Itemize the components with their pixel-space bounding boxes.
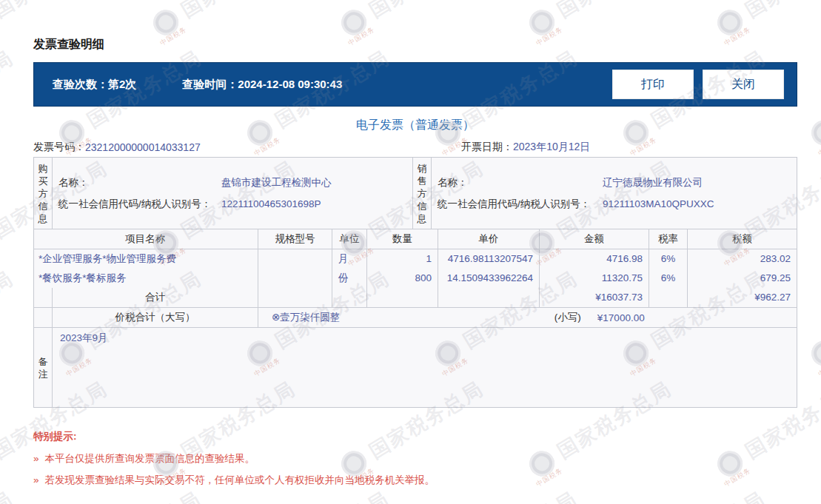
invoice-number-group: 发票号码： 23212000000014033127 [33,141,415,154]
sum-small-value: ¥17000.00 [597,312,645,323]
buyer-taxid-value: 12211100465301698P [221,193,412,215]
col-header-unit: 单位 [332,229,367,249]
seller-taxid-value: 91211103MA10QPUXXC [603,193,797,215]
item-spec [258,249,332,269]
invoice-date-value: 2023年10月12日 [513,141,590,154]
watermark-text: 国家税务总局 [0,485,19,504]
invoice-body: 购买方信息 名称： 盘锦市建设工程检测中心 统一社会信用代码/纳税人识别号： 1… [33,157,797,408]
item-tax: 679.25 [688,269,797,288]
total-rate-cell [649,288,688,307]
sum-small-label: (小写) [554,311,581,324]
check-count: 查验次数：第2次 [53,78,136,92]
tax-bureau-watermark: 中国税务国家税务总局 [430,485,582,504]
buyer-fields: 名称： 盘锦市建设工程检测中心 统一社会信用代码/纳税人识别号： 1221110… [53,158,413,229]
notice-bullet-icon: » [33,453,39,465]
total-amount-value: ¥16037.73 [540,288,649,307]
remark-side-label: 备注 [34,328,53,407]
watermark-text: 国家税务总局 [646,485,771,504]
sum-words-value: ⊗壹万柒仟圆整 [272,311,340,324]
buyer-side-label: 购买方信息 [34,158,53,229]
invoice-number-value: 23212000000014033127 [85,141,201,153]
notice-text-1: 本平台仅提供所查询发票票面信息的查验结果。 [45,453,255,465]
col-header-rate: 税率 [649,229,688,249]
tax-bureau-watermark: 中国税务国家税务总局 [242,485,394,504]
notice-line-2: » 若发现发票查验结果与实际交易不符，任何单位或个人有权拒收并向当地税务机关举报… [33,474,797,486]
check-time: 查验时间：2024-12-08 09:30:43 [182,78,342,92]
item-name: *餐饮服务*餐标服务 [34,269,258,288]
notice-bullet-icon: » [33,474,39,486]
remark-content: 2023年9月 [53,328,797,407]
seller-side-label: 销售方信息 [413,158,432,229]
invoice-date-label: 开票日期： [461,141,513,154]
item-amount: 11320.75 [540,269,649,288]
col-header-price: 单价 [438,229,540,249]
watermark-text: 国家税务总局 [82,485,207,504]
check-time-label: 查验时间： [182,78,238,90]
item-price: 14.1509433962264 [438,269,540,288]
item-name: *企业管理服务*物业管理服务费 [34,249,258,269]
sum-row: 价税合计（大写） ⊗壹万柒仟圆整 (小写) ¥17000.00 [34,308,797,328]
item-qty: 1 [367,249,438,269]
item-row: *餐饮服务*餐标服务份80014.150943396226411320.756%… [34,269,797,288]
col-header-amount: 金额 [540,229,649,249]
tax-bureau-watermark: 中国税务国家税务总局 [54,485,206,504]
invoice-date-group: 开票日期： 2023年10月12日 [415,141,797,154]
item-qty: 800 [367,269,438,288]
total-tax-value: ¥962.27 [688,288,797,307]
close-button[interactable]: 关闭 [703,70,784,99]
notice-line-1: » 本平台仅提供所查询发票票面信息的查验结果。 [33,453,797,465]
sum-strip-cell [34,308,53,327]
total-label: 合计 [53,288,258,307]
total-price-cell [438,288,540,307]
buyer-name-label: 名称： [58,172,221,193]
tax-bureau-watermark: 中国税务国家税务总局 [0,485,19,504]
seller-name-label: 名称： [438,172,603,193]
invoice-type-title: 电子发票（普通发票） [33,118,797,133]
invoice-meta-row: 发票号码： 23212000000014033127 开票日期： 2023年10… [33,141,797,154]
total-unit-cell [332,288,367,307]
col-header-item-name: 项目名称 [34,229,258,249]
tax-bureau-watermark: 中国税务国家税务总局 [806,485,821,504]
invoice-verification-page: 发票查验明细 查验次数：第2次 查验时间：2024-12-08 09:30:43… [0,0,821,486]
col-header-spec: 规格型号 [258,229,332,249]
buyer-name-value: 盘锦市建设工程检测中心 [221,172,412,193]
item-spec [258,269,332,288]
verification-topbar: 查验次数：第2次 查验时间：2024-12-08 09:30:43 打印 关闭 [33,62,797,107]
items-header-row: 项目名称 规格型号 单位 数量 单价 金额 税率 税额 [34,229,797,249]
col-header-qty: 数量 [367,229,438,249]
item-rate: 6% [649,249,688,269]
total-strip-cell [34,288,53,307]
notice-text-2: 若发现发票查验结果与实际交易不符，任何单位或个人有权拒收并向当地税务机关举报。 [45,474,435,486]
col-header-tax: 税额 [688,229,797,249]
check-time-value: 2024-12-08 09:30:43 [238,78,342,90]
total-spec-cell [258,288,332,307]
item-tax: 283.02 [688,249,797,269]
remark-row: 备注 2023年9月 [34,328,797,407]
special-notice: 特别提示: » 本平台仅提供所查询发票票面信息的查验结果。 » 若发现发票查验结… [33,430,797,486]
check-count-label: 查验次数： [53,78,108,90]
print-button[interactable]: 打印 [612,70,694,99]
invoice-number-label: 发票号码： [33,141,85,154]
sum-values: ⊗壹万柒仟圆整 (小写) ¥17000.00 [258,308,797,327]
item-price: 4716.98113207547 [438,249,540,269]
seller-taxid-label: 统一社会信用代码/纳税人识别号： [438,193,603,215]
item-unit: 月 [332,249,367,269]
seller-name-value: 辽宁德晟物业有限公司 [603,172,797,193]
check-count-value: 第2次 [108,78,136,90]
page-title: 发票查验明细 [33,37,797,53]
sum-words-label: 价税合计（大写） [53,308,258,327]
watermark-text: 国家税务总局 [270,485,395,504]
item-amount: 4716.98 [540,249,649,269]
items-body: *企业管理服务*物业管理服务费月14716.981132075474716.98… [34,249,797,288]
notice-title: 特别提示: [33,430,797,443]
item-rate: 6% [649,269,688,288]
party-row: 购买方信息 名称： 盘锦市建设工程检测中心 统一社会信用代码/纳税人识别号： 1… [34,158,797,229]
tax-bureau-watermark: 中国税务国家税务总局 [618,485,770,504]
buyer-taxid-label: 统一社会信用代码/纳税人识别号： [58,193,221,215]
seller-fields: 名称： 辽宁德晟物业有限公司 统一社会信用代码/纳税人识别号： 91211103… [432,158,797,229]
sum-small-group: (小写) ¥17000.00 [554,311,645,324]
watermark-text: 国家税务总局 [458,485,583,504]
item-row: *企业管理服务*物业管理服务费月14716.981132075474716.98… [34,249,797,269]
item-unit: 份 [332,269,367,288]
items-total-row: 合计 ¥16037.73 ¥962.27 [34,288,797,308]
